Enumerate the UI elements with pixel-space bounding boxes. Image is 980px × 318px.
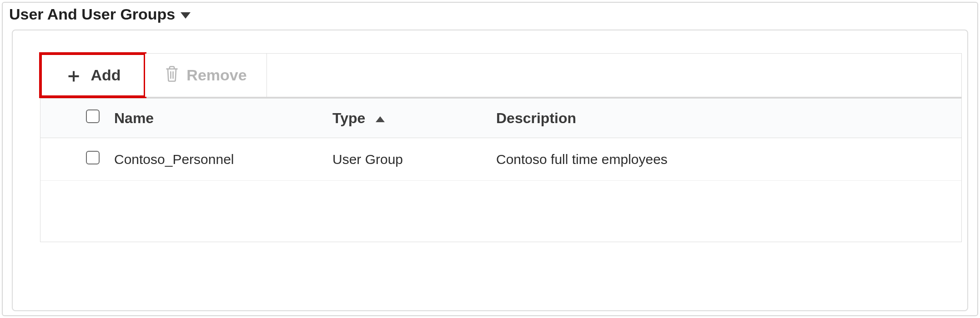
column-header-name[interactable]: Name — [109, 99, 327, 138]
table-header-row: Name Type Description — [40, 99, 961, 138]
row-name-cell: Contoso_Personnel — [109, 138, 327, 181]
column-header-checkbox — [40, 99, 109, 138]
row-type-cell: User Group — [327, 138, 491, 181]
inner-panel: ＋ Add Remove — [12, 30, 968, 311]
column-header-type[interactable]: Type — [327, 99, 491, 138]
caret-down-icon — [181, 12, 191, 19]
select-all-checkbox[interactable] — [86, 109, 100, 123]
table-container: Name Type Description — [40, 97, 962, 242]
table-row[interactable]: Contoso_Personnel User Group Contoso ful… — [40, 138, 961, 181]
remove-button: Remove — [145, 54, 267, 97]
panel-title: User And User Groups — [9, 5, 175, 23]
row-checkbox[interactable] — [86, 151, 100, 164]
add-button[interactable]: ＋ Add — [40, 54, 145, 97]
toolbar: ＋ Add Remove — [40, 53, 962, 97]
user-groups-panel: User And User Groups ＋ Add Remove — [2, 2, 978, 316]
plus-icon: ＋ — [64, 66, 83, 85]
panel-header[interactable]: User And User Groups — [3, 3, 977, 30]
sort-ascending-icon — [376, 116, 385, 122]
remove-button-label: Remove — [186, 66, 246, 84]
row-description-cell: Contoso full time employees — [491, 138, 961, 181]
row-checkbox-cell — [40, 138, 109, 181]
user-groups-table: Name Type Description — [40, 99, 961, 181]
column-header-description[interactable]: Description — [491, 99, 961, 138]
add-button-label: Add — [90, 66, 121, 84]
trash-icon — [165, 65, 179, 85]
